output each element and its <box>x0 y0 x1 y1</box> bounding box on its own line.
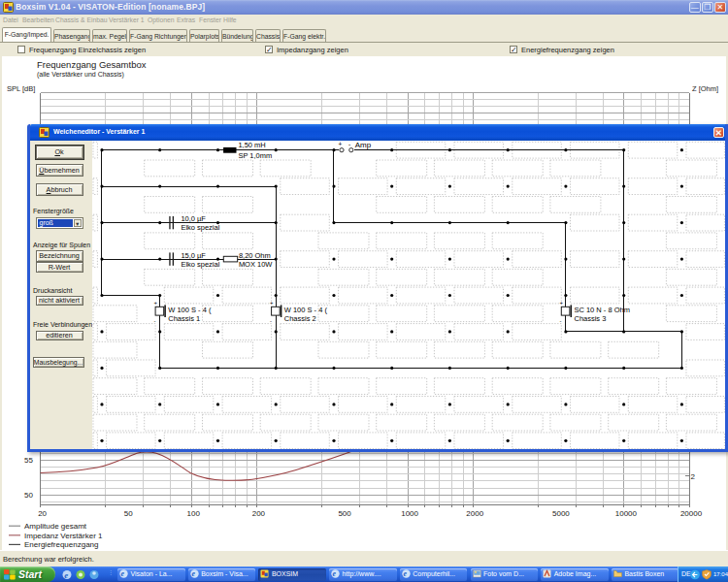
svg-text:e: e <box>64 570 68 580</box>
svg-text:W 100 S - 4 (: W 100 S - 4 ( <box>168 306 212 314</box>
svg-text:50: 50 <box>124 509 133 518</box>
svg-text:e: e <box>191 569 195 578</box>
svg-text:+: + <box>559 300 563 306</box>
svg-text:1,50 mH: 1,50 mH <box>238 141 265 149</box>
svg-text:500: 500 <box>338 509 351 518</box>
svg-text:e: e <box>332 569 336 578</box>
svg-text:-: - <box>348 141 350 147</box>
svg-text:MOX 10W: MOX 10W <box>238 259 272 268</box>
svg-text:20000: 20000 <box>680 509 703 518</box>
svg-text:8,20 Ohm: 8,20 Ohm <box>238 250 270 259</box>
svg-text:-: - <box>559 318 561 324</box>
svg-text:Elko spezial: Elko spezial <box>181 223 219 232</box>
svg-text:-: - <box>153 318 155 324</box>
svg-text:200: 200 <box>252 509 266 518</box>
svg-text:+: + <box>269 300 273 306</box>
svg-text:W 100 S - 4 (: W 100 S - 4 ( <box>283 306 327 314</box>
svg-text:SP 1,0mm: SP 1,0mm <box>238 150 272 159</box>
svg-text:5000: 5000 <box>552 509 570 518</box>
svg-text:e: e <box>403 569 407 578</box>
svg-text:Elko spezial: Elko spezial <box>181 259 219 268</box>
svg-text:2000: 2000 <box>466 509 483 518</box>
svg-text:55: 55 <box>24 456 33 465</box>
svg-text:Amplitude gesamt: Amplitude gesamt <box>24 522 87 531</box>
svg-text:Energiefrequenzgang: Energiefrequenzgang <box>24 540 99 549</box>
svg-text:50: 50 <box>24 491 33 500</box>
svg-text:Amp: Amp <box>354 141 371 149</box>
svg-text:2: 2 <box>691 472 696 481</box>
svg-text:SC 10 N - 8 Ohm: SC 10 N - 8 Ohm <box>574 306 629 314</box>
svg-text:15,0 µF: 15,0 µF <box>181 250 206 259</box>
svg-text:e: e <box>120 569 124 578</box>
svg-text:-: - <box>269 318 271 324</box>
svg-text:1000: 1000 <box>401 509 418 518</box>
svg-text:10000: 10000 <box>615 509 638 518</box>
svg-text:10,0 µF: 10,0 µF <box>181 214 206 223</box>
svg-text:Impedanz Verstärker 1: Impedanz Verstärker 1 <box>24 532 103 540</box>
svg-text:+: + <box>338 141 342 147</box>
svg-text:Chassis 2: Chassis 2 <box>283 314 315 323</box>
svg-text:100: 100 <box>187 509 201 518</box>
svg-text:20: 20 <box>38 509 47 518</box>
svg-text:+: + <box>153 300 157 306</box>
svg-text:Chassis 1: Chassis 1 <box>168 314 200 323</box>
svg-text:Chassis 3: Chassis 3 <box>574 314 606 323</box>
